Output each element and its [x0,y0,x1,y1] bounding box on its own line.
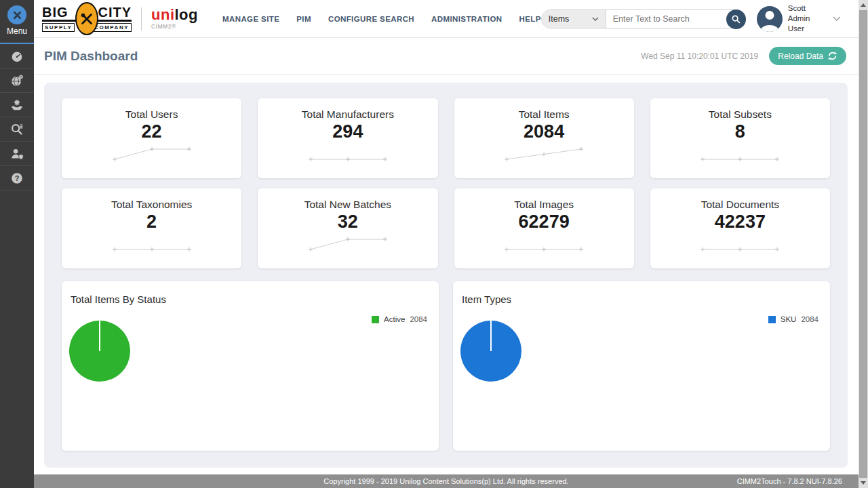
footer: Copyright 1999 - 2019 Unilog Content Sol… [34,474,859,488]
help-icon[interactable]: ? [0,166,34,190]
avatar[interactable] [757,6,783,32]
trend-sparkline [62,143,241,163]
stat-card-total-new-batches: Total New Batches 32 [258,188,437,268]
refresh-icon [827,51,837,61]
stat-label: Total Taxonomies [62,199,241,211]
stat-label: Total New Batches [258,199,437,211]
chevron-down-icon [592,17,599,21]
svg-text:?: ? [15,174,20,182]
stat-card-total-subsets: Total Subsets 8 [650,98,830,178]
footer-version: CIMM2Touch - 7.8.2 NUI-7.8.26 [737,477,842,485]
user-menu[interactable]: Scott Admin User [757,3,841,34]
stat-card-total-users: Total Users 22 [62,98,241,178]
dashboard-gauge-icon[interactable] [0,44,34,68]
chart-title: Item Types [462,293,511,305]
admin-user-shield-icon[interactable] [0,142,34,166]
stat-value: 2 [62,211,241,232]
logo-city: CITY [98,5,132,19]
nav-configure-search[interactable]: CONFIGURE SEARCH [328,15,414,23]
legend-value: 2084 [801,315,818,323]
left-sidebar: Menu ? [0,0,34,488]
user-chevron-down-icon[interactable] [833,16,841,21]
bigcity-logo: BIG CITY SUPPLY COMPANY [42,5,132,32]
unilog-uni: uni [151,6,175,23]
logo-divider [141,7,142,30]
nav-pim[interactable]: PIM [296,15,311,23]
site-globe-gear-icon[interactable] [0,68,34,93]
stat-label: Total Users [62,108,241,121]
configure-search-icon[interactable] [0,117,34,142]
stat-value: 8 [650,121,830,142]
dashboard-panel: Total Users 22 Total Manufacturers 294 T… [44,83,848,468]
charts-grid: Total Items By Status Active 2084 Item T… [62,281,830,451]
cimm2-product-label: CIMM2® [151,24,198,30]
scrollbar-thumb[interactable] [859,10,867,478]
legend-swatch-blue [768,316,776,323]
trend-sparkline [62,233,241,253]
trend-sparkline [258,233,437,253]
footer-copyright: Copyright 1999 - 2019 Unilog Content Sol… [323,477,568,485]
logo-company: COMPANY [92,23,132,32]
search-button[interactable] [726,9,746,29]
stat-label: Total Subsets [650,108,830,121]
user-name: Scott [788,3,828,14]
crossed-tools-icon [75,2,98,35]
nav-help[interactable]: HELP [519,15,540,23]
menu-label: Menu [0,26,34,36]
scroll-down-arrow-icon[interactable] [859,478,868,488]
trend-sparkline [650,143,830,163]
search-icon [731,14,741,24]
reload-data-label: Reload Data [778,52,823,61]
nav-administration[interactable]: ADMINISTRATION [431,15,502,23]
stat-card-total-images: Total Images 62279 [454,188,634,268]
stat-label: Total Documents [650,199,830,211]
chart-title: Total Items By Status [71,293,166,305]
stat-value: 22 [62,121,241,142]
legend-label: SKU [781,315,797,323]
search-pill: Items [541,9,746,28]
stat-label: Total Images [454,199,634,211]
chart-card-item-types: Item Types SKU 2084 [453,281,830,451]
trend-sparkline [454,143,634,163]
search-category-value: Items [549,14,570,24]
pie-chart-items-by-status[interactable] [69,321,130,382]
legend-value: 2084 [410,315,427,323]
stat-value: 32 [258,211,437,232]
top-header: BIG CITY SUPPLY COMPANY unilog CIMM2® MA… [34,0,859,38]
page-header: PIM Dashboard Wed Sep 11 10:20:01 UTC 20… [34,38,859,75]
stat-card-total-items: Total Items 2084 [454,98,634,178]
stat-card-total-taxonomies: Total Taxonomies 2 [62,188,241,268]
search-area: Items Scott Admin User [541,3,841,34]
reload-data-button[interactable]: Reload Data [769,47,846,65]
legend-sku: SKU 2084 [768,315,818,323]
trend-sparkline [258,143,437,163]
pim-hands-gear-icon[interactable] [0,93,34,117]
nav-manage-site[interactable]: MANAGE SITE [222,15,279,23]
stat-value: 294 [258,121,437,142]
unilog-log: log [175,6,199,23]
search-input[interactable] [606,14,745,24]
menu-toggle[interactable]: Menu [0,5,34,44]
trend-sparkline [650,233,830,253]
pie-slice-divider [99,321,100,351]
logo-supply: SUPPLY [42,23,75,32]
timestamp: Wed Sep 11 10:20:01 UTC 2019 [641,52,758,61]
stat-label: Total Manufacturers [258,108,437,121]
pie-slice-divider [490,321,492,351]
chart-card-items-by-status: Total Items By Status Active 2084 [62,281,439,451]
stats-grid: Total Users 22 Total Manufacturers 294 T… [62,98,830,268]
stat-value: 2084 [454,121,634,142]
unilog-logo: unilog CIMM2® [151,7,198,30]
stat-label: Total Items [454,108,634,121]
search-category-dropdown[interactable]: Items [542,10,606,28]
menu-close-icon[interactable] [7,5,26,24]
stat-value: 42237 [650,211,830,232]
stat-card-total-manufacturers: Total Manufacturers 294 [258,98,437,178]
scroll-up-arrow-icon[interactable] [859,0,868,10]
stat-value: 62279 [454,211,634,232]
legend-active: Active 2084 [372,315,427,323]
user-role: Admin User [788,14,828,34]
main-nav: MANAGE SITE PIM CONFIGURE SEARCH ADMINIS… [222,15,541,23]
vertical-scrollbar[interactable] [859,0,868,488]
pie-chart-item-types[interactable] [460,321,521,382]
